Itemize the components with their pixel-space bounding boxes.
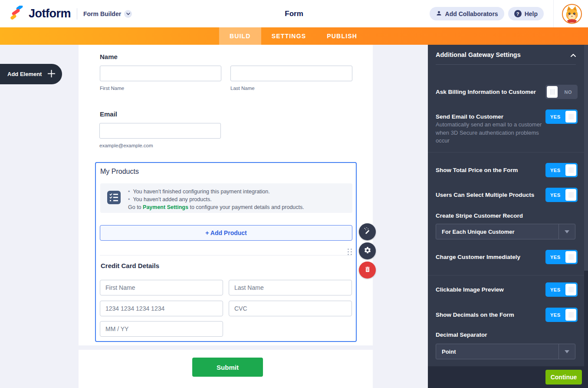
- chevron-down-icon: [124, 10, 132, 18]
- credit-card-title: Credit Card Details: [101, 262, 159, 269]
- avatar[interactable]: [562, 4, 582, 24]
- gateway-settings-header[interactable]: Additional Gateway Settings: [436, 51, 576, 59]
- stripe-record-select[interactable]: For Each Unique Customer: [436, 224, 575, 239]
- decimal-separator-label: Decimal Separator: [436, 332, 487, 338]
- add-collaborators-label: Add Collaborators: [445, 10, 498, 17]
- sidebar-section-divider: [428, 275, 584, 275]
- continue-button[interactable]: Continue: [545, 370, 582, 385]
- send-email-label: Send Email to Customer: [436, 113, 503, 120]
- payment-settings-link[interactable]: Payment Settings: [143, 204, 188, 210]
- sidebar-scrollbar[interactable]: [584, 45, 588, 388]
- billing-info-toggle[interactable]: NO: [545, 85, 578, 99]
- send-email-toggle[interactable]: YES: [545, 109, 578, 124]
- delete-button[interactable]: [359, 262, 376, 279]
- tab-publish[interactable]: PUBLISH: [316, 27, 368, 45]
- gateway-settings-panel: Additional Gateway Settings Ask Billing …: [428, 45, 588, 388]
- add-element-button[interactable]: Add Element: [0, 64, 62, 84]
- form-builder-label: Form Builder: [83, 10, 121, 17]
- charge-immediately-toggle[interactable]: YES: [545, 250, 578, 264]
- plus-icon: [47, 70, 56, 79]
- goto-payment-settings-line: Go to Payment Settings to configure your…: [128, 203, 304, 211]
- setting-row-image-preview: Clickable Image Preview YES: [436, 282, 578, 297]
- last-name-input[interactable]: [230, 66, 352, 81]
- help-label: Help: [525, 10, 538, 17]
- app-header: Jotform Form Builder Form Add Collaborat…: [0, 0, 588, 27]
- add-product-button[interactable]: + Add Product: [100, 225, 352, 241]
- submit-section: Submit: [79, 350, 373, 388]
- first-name-sublabel: First Name: [100, 86, 124, 91]
- settings-button[interactable]: [359, 242, 376, 259]
- sidebar-divider: [436, 64, 576, 65]
- tab-settings[interactable]: SETTINGS: [261, 27, 317, 45]
- magic-wand-icon: [364, 227, 371, 236]
- jotform-logo-icon: [10, 6, 24, 22]
- setting-row-total-price: Show Total Price on the Form YES: [436, 163, 578, 177]
- chevron-down-icon: [558, 344, 575, 359]
- add-element-label: Add Element: [7, 71, 42, 77]
- image-preview-label: Clickable Image Preview: [436, 286, 504, 293]
- gear-icon: [364, 246, 371, 255]
- total-price-toggle[interactable]: YES: [545, 163, 578, 177]
- element-action-buttons: [359, 223, 376, 279]
- scrollbar-thumb[interactable]: [584, 45, 588, 271]
- chevron-down-icon: [558, 224, 575, 239]
- sidebar-footer: Continue: [428, 366, 588, 388]
- add-collaborators-button[interactable]: Add Collaborators: [430, 7, 504, 20]
- payment-element-selected[interactable]: My Products •You haven't finished config…: [95, 162, 357, 342]
- cc-last-name-input[interactable]: [229, 280, 352, 295]
- first-name-input[interactable]: [100, 66, 221, 81]
- stripe-record-value: For Each Unique Customer: [436, 229, 558, 235]
- cc-cvc-input[interactable]: [229, 301, 352, 316]
- email-input[interactable]: [99, 123, 221, 139]
- form-canvas: Name First Name Last Name Email example@…: [79, 45, 373, 345]
- warning-line-2: •You haven't added any products.: [128, 196, 304, 203]
- billing-info-label: Ask Billing Information to Customer: [436, 89, 536, 95]
- person-icon: [436, 10, 442, 18]
- sidebar-section-divider: [428, 152, 584, 153]
- decimal-separator-value: Point: [436, 348, 558, 355]
- chevron-up-icon: [571, 51, 576, 59]
- builder-navbar: BUILD SETTINGS PUBLISH: [0, 27, 588, 45]
- multiple-products-toggle[interactable]: YES: [545, 188, 578, 202]
- tab-build[interactable]: BUILD: [219, 27, 261, 45]
- element-divider: [100, 255, 351, 255]
- setting-row-show-decimals: Show Decimals on the Form YES: [436, 308, 578, 322]
- send-email-description: Automatically send an email to a custome…: [436, 121, 545, 145]
- header-divider-2: [553, 0, 554, 27]
- jotform-logo[interactable]: Jotform: [10, 6, 71, 22]
- help-button[interactable]: ? Help: [508, 7, 544, 20]
- logo-text: Jotform: [29, 7, 71, 20]
- gateway-settings-title: Additional Gateway Settings: [436, 51, 521, 58]
- show-decimals-toggle[interactable]: YES: [545, 308, 578, 322]
- name-field-label: Name: [100, 53, 118, 60]
- email-field-label: Email: [100, 110, 117, 118]
- charge-immediately-label: Charge Customer Immediately: [436, 254, 520, 260]
- setting-row-multiple-products: Users Can Select Multiple Products YES: [436, 188, 578, 202]
- header-divider: [77, 8, 77, 20]
- form-builder-menu[interactable]: Form Builder: [83, 10, 132, 18]
- wizard-button[interactable]: [359, 223, 376, 240]
- payment-warning-panel: •You haven't finished configuring this p…: [100, 183, 352, 213]
- drag-handle[interactable]: [348, 249, 352, 255]
- setting-row-billing-info: Ask Billing Information to Customer NO: [436, 85, 578, 99]
- submit-button[interactable]: Submit: [192, 358, 263, 377]
- show-decimals-label: Show Decimals on the Form: [436, 312, 514, 318]
- cat-avatar-image: [563, 5, 581, 23]
- cc-expiry-input[interactable]: [100, 321, 223, 337]
- trash-icon: [364, 266, 371, 274]
- warning-line-1: •You haven't finished configuring this p…: [128, 188, 304, 196]
- stripe-record-label: Create Stripe Customer Record: [436, 212, 523, 219]
- total-price-label: Show Total Price on the Form: [436, 167, 518, 173]
- page-title: Form: [285, 10, 303, 18]
- cc-number-input[interactable]: [100, 301, 223, 316]
- cc-first-name-input[interactable]: [100, 280, 223, 295]
- email-sublabel: example@example.com: [99, 143, 153, 148]
- last-name-sublabel: Last Name: [230, 86, 255, 91]
- setting-row-charge-immediately: Charge Customer Immediately YES: [436, 250, 578, 264]
- image-preview-toggle[interactable]: YES: [545, 282, 578, 297]
- multiple-products-label: Users Can Select Multiple Products: [436, 192, 534, 198]
- question-mark-icon: ?: [514, 10, 522, 17]
- my-products-title: My Products: [100, 168, 139, 176]
- decimal-separator-select[interactable]: Point: [436, 344, 575, 359]
- checklist-icon: [107, 190, 121, 206]
